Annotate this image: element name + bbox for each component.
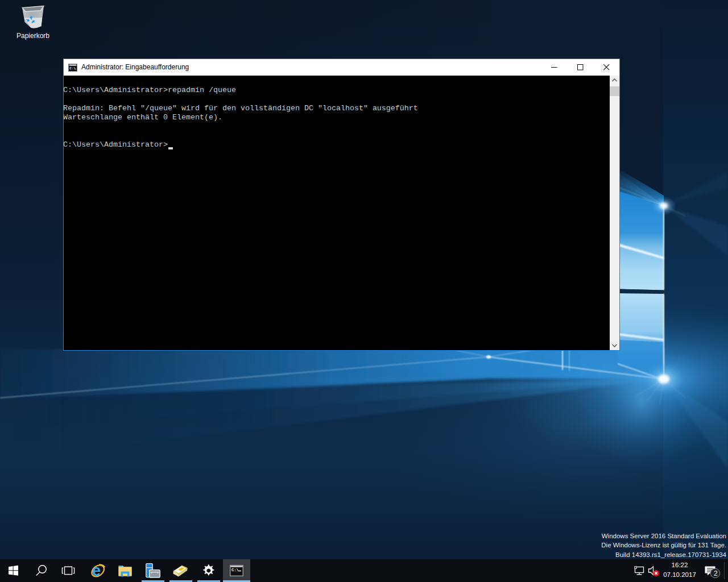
svg-text:C:\: C:\: [69, 66, 76, 70]
svg-text:2: 2: [714, 569, 718, 577]
svg-text:C:\: C:\: [231, 568, 239, 572]
